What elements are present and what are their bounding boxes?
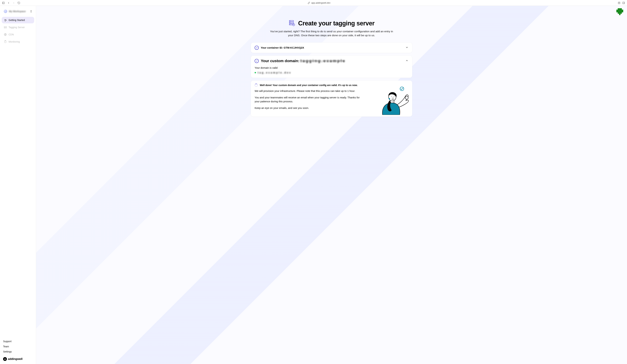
svg-point-16: [290, 21, 290, 21]
globe-outline-icon: [4, 33, 7, 36]
svg-rect-9: [4, 27, 6, 28]
card-head-container[interactable]: Your container ID: GTM-KCJHVQ2X: [251, 43, 412, 53]
status-dot-icon: [255, 72, 256, 73]
brand-mark-icon: A: [3, 357, 7, 361]
card-body-domain: Your domain is valid t a g . e x a m p l…: [251, 66, 412, 78]
well-done-p1: We will provision your infrastructure. P…: [255, 89, 365, 93]
svg-point-18: [290, 24, 290, 25]
sidebar-item-label: Getting Started: [9, 19, 25, 21]
link-icon: [308, 1, 310, 4]
card-well-done: Well done! Your custom domain and your c…: [251, 81, 412, 117]
svg-point-17: [290, 23, 290, 23]
avatar[interactable]: [616, 8, 623, 15]
domain-label: Your custom domain:: [261, 59, 301, 63]
sidebar: My Workspace Getting Started Tagging Ser…: [0, 6, 36, 364]
svg-rect-5: [623, 2, 625, 4]
reload-icon[interactable]: [17, 1, 20, 4]
card-custom-domain: Your custom domain: t·a·g·g·i·n·g·.·e·x·…: [251, 56, 412, 78]
svg-point-7: [5, 20, 5, 20]
sidebar-item-monitoring[interactable]: Monitoring: [2, 39, 34, 45]
sidebar-item-cdn[interactable]: CDN: [2, 31, 34, 38]
check-circle-icon: [255, 46, 259, 50]
server-upload-icon: [288, 20, 295, 27]
brand-text: addingwell: [8, 357, 22, 361]
illustration-woman-ok: [373, 86, 409, 115]
brand-logo: A addingwell: [3, 357, 33, 361]
clipboard-icon: [4, 40, 7, 43]
server-icon: [4, 26, 7, 29]
check-circle-icon: [255, 59, 259, 63]
container-label: Your container ID:: [261, 46, 284, 49]
workspace-name: My Workspace: [9, 10, 28, 13]
svg-point-23: [389, 98, 390, 100]
sidebar-item-label: Monitoring: [9, 40, 20, 43]
domain-row: t a g . e x a m p l e . d e v: [255, 71, 409, 74]
sidebar-item-getting-started[interactable]: Getting Started: [2, 17, 34, 23]
chevron-up-icon: [405, 59, 409, 63]
well-done-body: We will provision your infrastructure. P…: [255, 89, 365, 110]
sidebar-item-label: Tagging Server: [9, 26, 25, 29]
url-text[interactable]: app.addingwell.dev: [311, 1, 330, 4]
domain-valid-text: Your domain is valid: [255, 66, 409, 69]
sidebar-link-support[interactable]: Support: [3, 340, 33, 343]
globe-icon: [4, 10, 7, 13]
chevron-updown-icon: [30, 10, 32, 13]
reader-icon[interactable]: [618, 1, 621, 4]
svg-point-20: [400, 87, 404, 91]
sidebar-footer: Support Team Settings A addingwell: [0, 339, 36, 364]
svg-rect-2: [618, 2, 620, 4]
sidebar-item-tagging-server[interactable]: Tagging Server: [2, 24, 34, 31]
card-title: Your custom domain: t·a·g·g·i·n·g·.·e·x·…: [261, 59, 345, 63]
sidebar-item-label: CDN: [9, 33, 14, 36]
well-done-p3: Keep an eye on your emails, and see you …: [255, 106, 365, 110]
sidebar-link-team[interactable]: Team: [3, 345, 33, 348]
sidebar-link-settings[interactable]: Settings: [3, 350, 33, 353]
svg-rect-0: [2, 2, 4, 4]
card-head-domain[interactable]: Your custom domain: t·a·g·g·i·n·g·.·e·x·…: [251, 56, 412, 66]
well-done-heading: Well done! Your custom domain and your c…: [260, 84, 358, 87]
domain-value-masked: t·a·g·g·i·n·g·.·e·x·a·m·p·l·e: [301, 59, 345, 63]
back-icon[interactable]: [7, 1, 10, 4]
well-done-p2: You and your teammates will receive an e…: [255, 96, 365, 103]
spinner-icon: [255, 84, 258, 87]
chevron-down-icon: [405, 46, 409, 50]
forward-icon: [12, 1, 15, 4]
rocket-icon: [4, 19, 7, 22]
container-id-value: GTM-KCJHVQ2X: [284, 46, 304, 49]
panel-left-icon[interactable]: [2, 1, 5, 4]
page-header: Create your tagging server You've just s…: [251, 20, 412, 37]
page-subtitle: You've just started, right? The first th…: [270, 29, 393, 37]
browser-chrome: app.addingwell.dev: [0, 0, 627, 6]
svg-point-21: [405, 96, 408, 99]
panel-right-icon[interactable]: [622, 1, 625, 4]
page-title: Create your tagging server: [298, 20, 374, 27]
workspace-switcher[interactable]: My Workspace: [2, 8, 34, 14]
main-content: Create your tagging server You've just s…: [36, 6, 627, 364]
svg-rect-8: [4, 26, 6, 27]
sidebar-nav: Getting Started Tagging Server CDN Monit…: [0, 16, 36, 46]
card-container-id: Your container ID: GTM-KCJHVQ2X: [251, 43, 412, 53]
domain-text-masked: t a g . e x a m p l e . d e v: [258, 71, 291, 74]
card-title: Your container ID: GTM-KCJHVQ2X: [261, 46, 304, 49]
